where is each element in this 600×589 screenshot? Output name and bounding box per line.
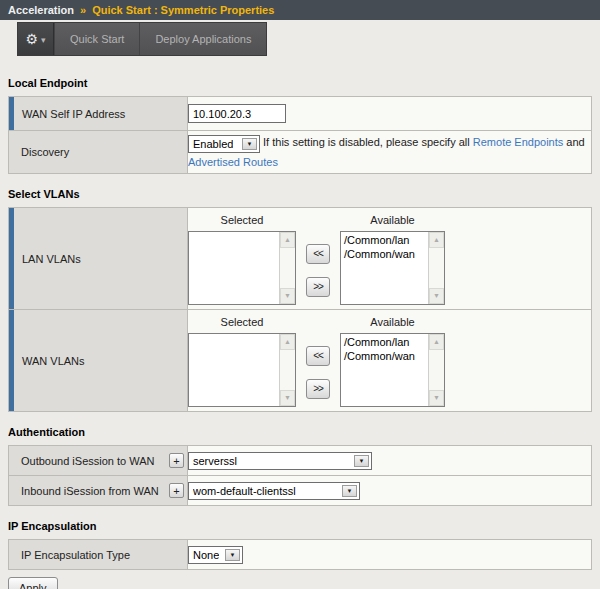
wan-vlans-dual-list: Selected << >> Available [188,315,591,407]
scroll-down-icon[interactable] [280,390,295,406]
table-row: WAN VLANs Selected << >> [9,310,592,412]
scroll-up-icon[interactable] [429,334,444,350]
discovery-select[interactable]: Enabled [188,135,260,153]
scroll-down-icon[interactable] [429,390,444,406]
listbox-item[interactable]: /Common/wan [344,247,428,261]
wan-vlans-selected-listbox[interactable] [188,333,296,407]
scrollbar[interactable] [279,334,295,406]
lan-vlans-label: LAN VLANs [9,253,187,265]
advertised-routes-link[interactable]: Advertised Routes [188,156,278,168]
listbox-item[interactable]: /Common/lan [344,335,428,349]
discovery-label: Discovery [9,146,187,158]
tab-quick-start[interactable]: Quick Start [54,23,139,55]
apply-button[interactable]: Apply [8,577,58,589]
section-title-authentication: Authentication [8,425,600,439]
wan-move-to-selected-button[interactable]: << [306,346,330,366]
inbound-isession-label: Inbound iSession from WAN [21,485,159,497]
lan-move-to-available-button[interactable]: >> [306,277,330,297]
selected-column-header: Selected [188,315,296,330]
outbound-isession-select[interactable]: serverssl [188,452,372,470]
options-gear-button[interactable] [18,23,54,55]
section-title-select-vlans: Select VLANs [8,187,600,201]
scrollbar[interactable] [279,232,295,304]
wan-self-ip-label: WAN Self IP Address [9,108,187,120]
scroll-up-icon[interactable] [429,232,444,248]
breadcrumb: Acceleration » Quick Start : Symmetric P… [0,0,600,20]
lan-vlans-available-listbox[interactable]: /Common/lan/Common/wan [340,231,445,305]
discovery-help-text: If this setting is disabled, please spec… [263,136,470,148]
select-vlans-table: LAN VLANs Selected << >> [8,207,592,412]
table-row: WAN Self IP Address [9,97,592,131]
local-endpoint-table: WAN Self IP Address Discovery Enabled If… [8,96,592,174]
tab-deploy-applications[interactable]: Deploy Applications [139,23,266,55]
lan-vlans-dual-list: Selected << >> Available [188,213,591,305]
ip-encapsulation-type-select[interactable]: None [188,546,243,564]
dropdown-arrow-icon [354,455,369,467]
table-row: LAN VLANs Selected << >> [9,208,592,310]
outbound-isession-label: Outbound iSession to WAN [21,455,155,467]
table-row: Discovery Enabled If this setting is dis… [9,131,592,174]
ip-encapsulation-table: IP Encapsulation Type None [8,539,592,570]
remote-endpoints-link[interactable]: Remote Endpoints [473,136,564,148]
selected-column-header: Selected [188,213,296,228]
section-title-local-endpoint: Local Endpoint [8,76,600,90]
scroll-up-icon[interactable] [280,232,295,248]
wan-self-ip-input[interactable] [188,104,286,123]
lan-vlans-selected-listbox[interactable] [188,231,296,305]
gear-icon [25,32,38,46]
chevron-down-icon [41,33,46,45]
breadcrumb-root: Acceleration [8,4,74,16]
scroll-down-icon[interactable] [280,288,295,304]
scrollbar[interactable] [428,232,444,304]
available-column-header: Available [340,213,445,228]
authentication-table: Outbound iSession to WAN + serverssl Inb… [8,445,592,506]
dropdown-arrow-icon [225,549,240,561]
lan-move-to-selected-button[interactable]: << [306,244,330,264]
inbound-isession-add-button[interactable]: + [169,483,184,498]
dropdown-arrow-icon [342,485,357,497]
outbound-isession-add-button[interactable]: + [169,453,184,468]
inbound-isession-select[interactable]: wom-default-clientssl [188,482,360,500]
dropdown-arrow-icon [242,138,257,150]
scrollbar[interactable] [428,334,444,406]
wan-vlans-label: WAN VLANs [9,355,187,367]
table-row: Inbound iSession from WAN + wom-default-… [9,476,592,506]
ip-encapsulation-type-label: IP Encapsulation Type [9,549,187,561]
scroll-down-icon[interactable] [429,288,444,304]
breadcrumb-separator-icon: » [80,4,86,16]
table-row: IP Encapsulation Type None [9,540,592,570]
available-column-header: Available [340,315,445,330]
wan-vlans-available-listbox[interactable]: /Common/lan/Common/wan [340,333,445,407]
tab-strip: Quick Start Deploy Applications [17,22,267,56]
breadcrumb-page-title: Quick Start : Symmetric Properties [92,4,274,16]
table-row: Outbound iSession to WAN + serverssl [9,446,592,476]
discovery-help-conjunction: and [566,136,584,148]
listbox-item[interactable]: /Common/lan [344,233,428,247]
wan-move-to-available-button[interactable]: >> [306,379,330,399]
listbox-item[interactable]: /Common/wan [344,349,428,363]
section-title-ip-encapsulation: IP Encapsulation [8,519,600,533]
scroll-up-icon[interactable] [280,334,295,350]
